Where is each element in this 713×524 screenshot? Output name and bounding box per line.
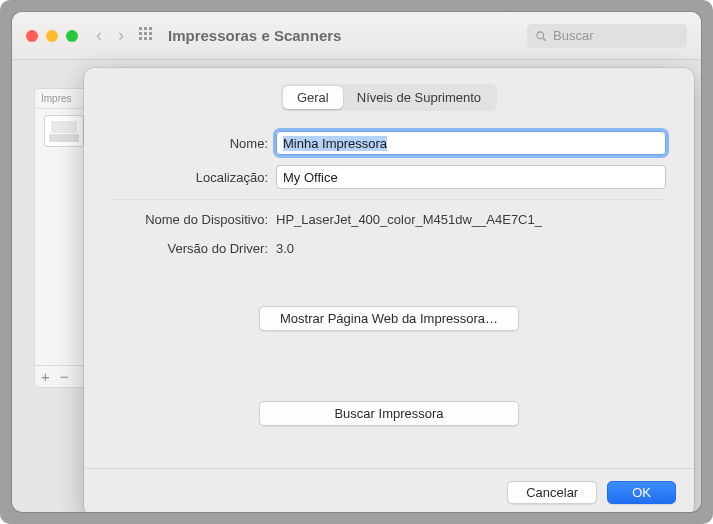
label-name: Nome:	[112, 136, 276, 151]
cancel-button[interactable]: Cancelar	[507, 481, 597, 504]
label-driver-version: Versão do Driver:	[112, 241, 276, 256]
find-printer-button[interactable]: Buscar Impressora	[259, 401, 519, 426]
show-printer-webpage-button[interactable]: Mostrar Página Web da Impressora…	[259, 306, 519, 331]
location-field[interactable]	[276, 165, 666, 189]
name-field[interactable]	[276, 131, 666, 155]
divider	[112, 199, 666, 200]
tab-supply-levels[interactable]: Níveis de Suprimento	[343, 86, 495, 109]
tab-general[interactable]: Geral	[283, 86, 343, 109]
label-device-name: Nome do Dispositivo:	[112, 212, 276, 227]
tab-bar: Geral Níveis de Suprimento	[102, 84, 676, 111]
printer-options-dialog: Geral Níveis de Suprimento Nome: Localiz…	[84, 68, 694, 512]
device-name-value: HP_LaserJet_400_color_M451dw__A4E7C1_	[276, 210, 666, 229]
preferences-window: ‹ › Impressoras e Scanners Buscar Impres…	[12, 12, 701, 512]
driver-version-value: 3.0	[276, 239, 666, 258]
ok-button[interactable]: OK	[607, 481, 676, 504]
label-location: Localização:	[112, 170, 276, 185]
